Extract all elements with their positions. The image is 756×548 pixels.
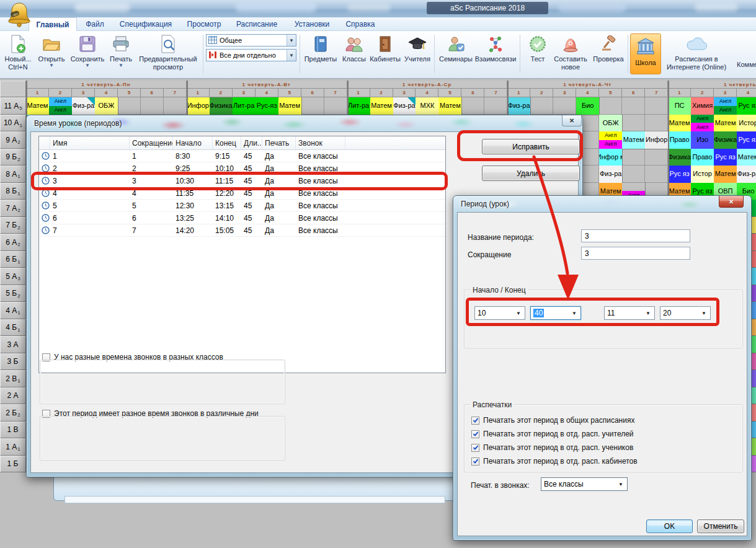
grid-row-label[interactable]: 11 А5 [0,97,26,115]
grid-cell[interactable]: Физика [668,149,692,167]
links-button[interactable]: Взаимосвязи [474,33,517,77]
end-hour-combo[interactable]: 11▼ [604,306,655,320]
grid-cell[interactable]: Рус яз [737,97,756,115]
grid-row-label[interactable]: 4 Б1 [0,319,26,337]
grid-row-label[interactable]: 6 А2 [0,234,26,251]
grid-cell[interactable]: Рус яз [668,166,692,183]
grid-cell[interactable]: Матем [278,97,302,115]
table-header-abbr[interactable]: Сокращение [130,136,173,149]
grid-row-label[interactable]: 3 Б [0,353,26,371]
delete-button[interactable]: Удалить [482,166,580,181]
open-button[interactable]: Открыть ▼ [35,33,68,77]
seminars-button[interactable]: Семинары [438,33,474,77]
close-icon[interactable]: ✕ [562,115,582,126]
period-row[interactable]: 4411:3512:2045ДаВсе классы [39,187,445,200]
school-button[interactable]: Школа [630,33,661,74]
grid-cell[interactable]: Инфор [187,97,210,115]
table-header-bell[interactable]: Звонок [296,136,345,149]
classes-button[interactable]: Классы [340,33,368,77]
grid-row-label[interactable]: 1 А1 [0,438,26,456]
grid-row-label[interactable]: 9 Б2 [0,149,26,166]
grid-cell[interactable]: Физ-ра [507,97,531,115]
period-row[interactable]: 6613:2514:1045ДаВсе классы [39,212,445,224]
table-header-print[interactable]: Печать [262,136,296,149]
grid-cell[interactable]: АнглАнгл [599,131,623,149]
tab-timetable[interactable]: Расписание [229,17,284,31]
grid-cell[interactable]: ОБЖ [599,115,623,133]
view-select-days[interactable]: Все дни отдельно ▼ [206,49,296,61]
cancel-button[interactable]: Отменить [697,519,744,533]
grid-row-label[interactable]: 9 А2 [0,131,26,149]
grid-cell[interactable]: Матем [737,149,756,167]
grid-row-label[interactable]: 1 Б [0,456,26,473]
tab-help[interactable]: Справка [340,17,381,31]
grid-cell[interactable]: Рус яз [714,149,737,167]
start-minute-combo[interactable]: 40▼ [530,306,581,320]
start-hour-combo[interactable]: 10▼ [474,306,525,320]
teachers-button[interactable]: Учителя [402,33,433,77]
period-abbr-input[interactable]: 3 [581,247,690,260]
grid-row-label[interactable]: 2 В1 [0,370,26,387]
grid-row-label[interactable]: 10 А1 [0,115,26,132]
grid-cell[interactable]: МХК [416,97,439,115]
grid-row-label[interactable]: 5 Б2 [0,285,26,303]
online-timetables-button[interactable]: Расписания в Интернете (Online) [664,33,729,77]
comments-button[interactable]: Коммен [731,33,756,77]
grid-cell[interactable]: АнглАнгл [714,97,737,115]
table-header-end[interactable]: Конец [213,136,241,149]
grid-cell[interactable]: Изо [691,131,714,149]
grid-cell[interactable]: АнглАнгл [49,97,73,115]
asc-bell-logo[interactable]: -asc [5,1,33,31]
period-row[interactable]: 229:2510:1045ДаВсе классы [39,162,445,175]
tab-specification[interactable]: Спецификация [113,17,179,31]
grid-cell[interactable]: Химия [691,97,714,115]
new-button[interactable]: Новый... Ctrl+N [1,33,35,77]
grid-cell[interactable]: Матем [26,97,50,115]
save-button[interactable]: Сохранить ▼ [68,33,107,77]
grid-cell[interactable]: Рус-яз [256,97,279,115]
generate-new-button[interactable]: Составить новое [551,33,590,77]
grid-row-label[interactable]: 4 А1 [0,302,26,319]
grid-cell[interactable]: Матем [622,131,646,149]
grid-row-label[interactable]: 5 А3 [0,268,26,285]
checkbox[interactable] [471,444,479,452]
grid-cell[interactable]: Матем [668,115,692,133]
period-row[interactable]: 118:309:1545ДаВсе классы [39,150,445,162]
tab-file[interactable]: Файл [79,17,110,31]
subjects-button[interactable]: Предметы [303,33,339,77]
ok-button[interactable]: OK [646,519,693,533]
end-minute-combo[interactable]: 20▼ [660,306,711,320]
period-row[interactable]: 3310:3011:1545ДаВсе классы [39,175,445,187]
grid-cell[interactable]: Истор [691,166,714,183]
grid-cell[interactable]: Физика [714,131,737,149]
grid-cell[interactable]: Лит-ра [233,97,256,115]
grid-cell[interactable]: Физ-ра [737,166,756,183]
grid-cell[interactable]: Физ-ра [393,97,417,115]
grid-cell[interactable]: Матем [438,97,462,115]
grid-cell[interactable]: ОБЖ [95,97,118,115]
grid-cell[interactable]: Матем [370,97,394,115]
print-button[interactable]: Печать ▼ [107,33,135,77]
grid-cell[interactable]: Истор [737,115,756,133]
table-header-start[interactable]: Начало [173,136,213,149]
period-row[interactable]: 5512:3013:1545ДаВсе классы [39,200,445,212]
view-select-common[interactable]: Общее ▼ [206,34,296,46]
grid-cell[interactable]: Инфор м [599,149,623,167]
grid-cell[interactable]: АнглАнгл [691,115,714,133]
close-icon[interactable]: ✕ [719,196,744,208]
grid-row-label[interactable]: 8 Б1 [0,183,26,200]
tab-main[interactable]: Главный [29,17,77,31]
grid-row-label[interactable]: 3 А [0,336,26,353]
period-name-input[interactable]: 3 [581,229,690,242]
print-preview-button[interactable]: Предварительный просмотр [135,33,201,77]
bell-print-combo[interactable]: Все классы▼ [541,477,628,491]
test-button[interactable]: Тест [525,33,551,77]
grid-row-label[interactable]: 2 А [0,387,26,405]
check-button[interactable]: Проверка [590,33,626,77]
grid-row-label[interactable]: 1 В [0,422,26,439]
grid-cell[interactable]: Матем [714,166,737,183]
grid-cell[interactable]: Матем [714,115,737,133]
tab-options[interactable]: Установки [287,17,337,31]
grid-cell[interactable]: Лит-ра [347,97,371,115]
tab-view[interactable]: Просмотр [181,17,227,31]
